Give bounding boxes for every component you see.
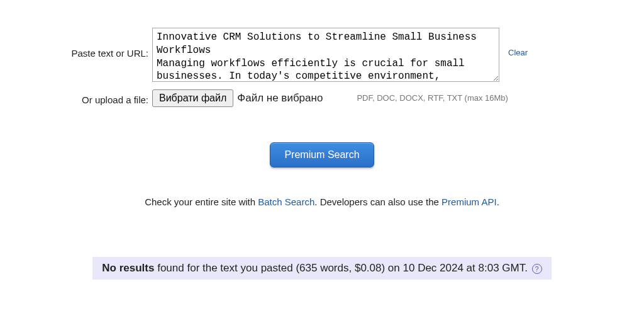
paste-textarea[interactable] xyxy=(152,28,499,82)
results-strong: No results xyxy=(102,262,154,274)
results-bar: No results found for the text you pasted… xyxy=(92,257,552,280)
paste-label: Paste text or URL: xyxy=(0,28,152,59)
info-suffix: . xyxy=(497,196,499,207)
file-hint: PDF, DOC, DOCX, RTF, TXT (max 16Mb) xyxy=(357,89,508,103)
info-text: Check your entire site with Batch Search… xyxy=(0,196,644,207)
no-file-text: Файл не вибрано xyxy=(237,89,323,105)
premium-api-link[interactable]: Premium API xyxy=(441,196,497,207)
info-middle: . Developers can also use the xyxy=(314,196,441,207)
batch-search-link[interactable]: Batch Search xyxy=(258,196,314,207)
clear-link[interactable]: Clear xyxy=(508,48,528,57)
upload-label: Or upload a file: xyxy=(0,89,152,105)
choose-file-button[interactable]: Вибрати файл xyxy=(152,89,233,107)
info-prefix: Check your entire site with xyxy=(145,196,258,207)
premium-search-button[interactable]: Premium Search xyxy=(270,142,374,168)
results-rest: found for the text you pasted (635 words… xyxy=(154,262,530,274)
help-icon[interactable]: ? xyxy=(532,264,542,274)
